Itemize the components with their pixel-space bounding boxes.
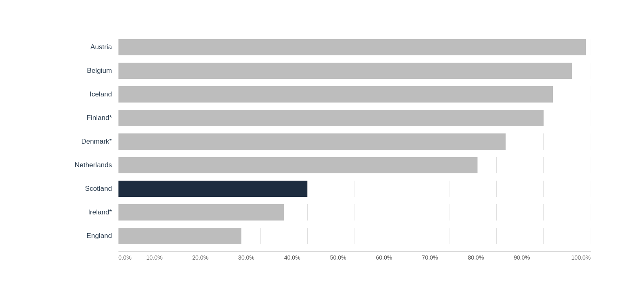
bar-fill bbox=[118, 204, 284, 221]
bar-track-wrapper bbox=[118, 157, 591, 173]
x-axis-label: 80.0% bbox=[453, 254, 499, 261]
bar-track bbox=[118, 157, 591, 173]
bar-row: Netherlands bbox=[53, 155, 591, 176]
bar-track bbox=[118, 181, 591, 197]
bar-track bbox=[118, 204, 591, 221]
bar-label: Scotland bbox=[53, 185, 118, 193]
x-axis-label: 90.0% bbox=[499, 254, 545, 261]
bar-label: Netherlands bbox=[53, 161, 118, 169]
bar-track bbox=[118, 86, 591, 103]
chart-container: AustriaBelgiumIcelandFinland*Denmark*Net… bbox=[37, 12, 607, 285]
bar-label: Denmark* bbox=[53, 138, 118, 146]
bar-track-wrapper bbox=[118, 110, 591, 126]
bar-row: Belgium bbox=[53, 60, 591, 81]
x-axis: 0.0%10.0%20.0%30.0%40.0%50.0%60.0%70.0%8… bbox=[118, 251, 591, 261]
bar-label: England bbox=[53, 232, 118, 240]
bar-label: Finland* bbox=[53, 114, 118, 122]
bar-label: Ireland* bbox=[53, 208, 118, 216]
bar-track bbox=[118, 110, 591, 126]
bar-row: Denmark* bbox=[53, 131, 591, 152]
grid-line bbox=[591, 228, 591, 244]
grid-line bbox=[591, 133, 591, 150]
bar-track bbox=[118, 133, 591, 150]
grid-line bbox=[591, 63, 591, 79]
bar-fill bbox=[118, 110, 543, 126]
chart-area: AustriaBelgiumIcelandFinland*Denmark*Net… bbox=[53, 37, 591, 249]
grid-line bbox=[591, 39, 591, 55]
bar-track-wrapper bbox=[118, 86, 591, 103]
bar-fill bbox=[118, 181, 307, 197]
bar-track-wrapper bbox=[118, 133, 591, 150]
x-axis-label: 30.0% bbox=[223, 254, 269, 261]
bar-fill bbox=[118, 157, 478, 173]
bar-row: Scotland bbox=[53, 178, 591, 199]
grid-line bbox=[591, 204, 591, 221]
bar-track bbox=[118, 63, 591, 79]
bar-track-wrapper bbox=[118, 181, 591, 197]
grid-line bbox=[591, 110, 591, 126]
bar-row: Finland* bbox=[53, 107, 591, 129]
bar-track bbox=[118, 228, 591, 244]
grid-line bbox=[591, 157, 591, 173]
bar-row: England bbox=[53, 225, 591, 247]
bar-track-wrapper bbox=[118, 228, 591, 244]
bar-fill bbox=[118, 228, 241, 244]
bar-label: Belgium bbox=[53, 67, 118, 75]
x-axis-label: 0.0% bbox=[118, 254, 131, 261]
bar-track-wrapper bbox=[118, 39, 591, 55]
x-axis-label: 100.0% bbox=[545, 254, 591, 261]
x-axis-label: 20.0% bbox=[177, 254, 223, 261]
x-axis-label: 60.0% bbox=[361, 254, 407, 261]
bar-label: Austria bbox=[53, 43, 118, 51]
bar-row: Austria bbox=[53, 37, 591, 58]
bar-label: Iceland bbox=[53, 90, 118, 98]
x-axis-label: 50.0% bbox=[315, 254, 361, 261]
bar-row: Ireland* bbox=[53, 202, 591, 223]
bar-fill bbox=[118, 63, 572, 79]
grid-line bbox=[591, 181, 591, 197]
x-axis-label: 40.0% bbox=[269, 254, 315, 261]
bar-fill bbox=[118, 86, 553, 103]
bar-fill bbox=[118, 39, 586, 55]
bar-track bbox=[118, 39, 591, 55]
x-axis-label: 70.0% bbox=[407, 254, 453, 261]
grid-line bbox=[591, 86, 591, 103]
x-axis-label: 10.0% bbox=[131, 254, 177, 261]
bar-fill bbox=[118, 133, 506, 150]
bar-row: Iceland bbox=[53, 84, 591, 105]
bar-track-wrapper bbox=[118, 63, 591, 79]
bar-track-wrapper bbox=[118, 204, 591, 221]
